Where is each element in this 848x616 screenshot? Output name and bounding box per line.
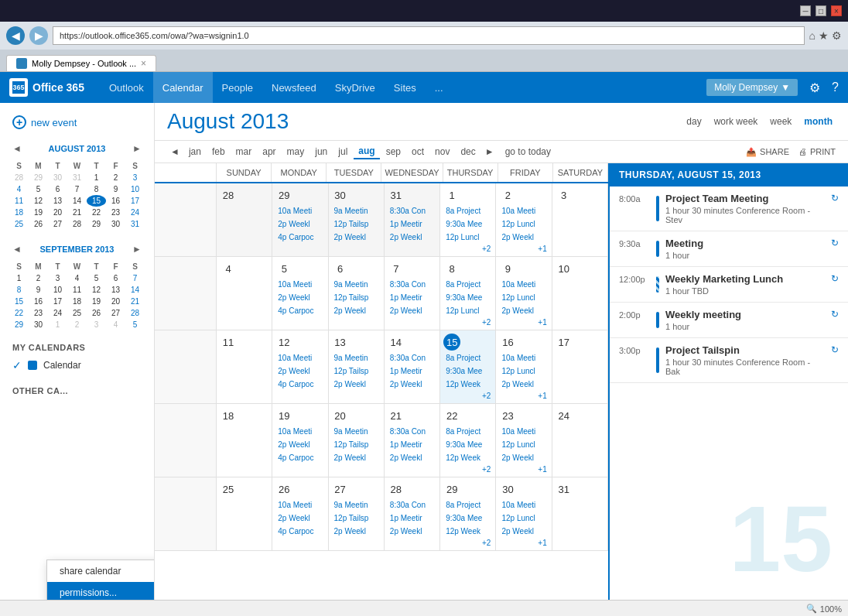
event-item[interactable]: 9:30a Meeting 1 hour ↻ [610,231,848,267]
more-events-link[interactable]: +2 [443,465,492,474]
mini-cal-day[interactable]: 6 [106,272,125,284]
calendar-event[interactable]: 8a Project [443,352,492,364]
event-item[interactable]: 12:00p Weekly Marketing Lunch 1 hour TBD… [610,267,848,303]
mini-cal-day[interactable]: 23 [29,307,48,319]
mini-cal-day[interactable]: 2 [106,172,125,183]
view-work-week-button[interactable]: work week [711,115,761,128]
event-sync-icon[interactable]: ↻ [831,238,839,248]
mini-cal-day-today[interactable]: 15 [87,195,106,207]
calendar-event[interactable]: 2p Weekl [388,452,436,464]
calendar-event[interactable]: 2p Weekl [388,378,436,391]
mini-cal-day[interactable]: 18 [67,296,87,307]
address-input[interactable] [53,26,805,45]
calendar-event[interactable]: 2p Weekl [499,231,548,244]
mini-cal-day[interactable]: 12 [29,195,48,207]
calendar-event[interactable]: 1p Meetir [388,365,436,378]
calendar-event[interactable]: 8a Project [443,499,492,512]
calendar-event[interactable]: 8:30a Con [388,352,436,364]
calendar-event[interactable]: 9:30a Mee [443,365,492,378]
mini-cal-day[interactable]: 22 [87,207,106,218]
calendar-event[interactable]: 2p Weekl [275,365,324,378]
calendar-event[interactable]: 9:30a Mee [443,218,492,231]
calendar-event[interactable]: 9a Meetin [332,352,381,364]
mini-cal-day[interactable]: 30 [106,218,125,230]
table-row[interactable]: 12 10a Meeti 2p Weekl 4p Carpoc [272,330,328,404]
mini-cal-day[interactable]: 1 [87,172,106,183]
mini-cal-day[interactable]: 1 [9,272,29,284]
mini-cal-day[interactable]: 10 [125,183,145,195]
event-item[interactable]: 8:00a Project Team Meeting 1 hour 30 min… [610,187,848,231]
mini-cal-prev[interactable]: ◄ [9,142,25,156]
mini-cal-day[interactable]: 31 [125,218,145,230]
table-row[interactable]: 29 10a Meeti 2p Weekl 4p Carpoc [272,183,328,257]
browser-settings-icon[interactable]: ⚙ [832,29,842,42]
calendar-event[interactable]: 12p Luncl [499,292,548,304]
event-sync-icon[interactable]: ↻ [831,344,839,355]
mini-cal-day[interactable]: 1 [48,319,67,330]
nav-sites[interactable]: Sites [385,72,426,103]
mini-cal-day[interactable]: 8 [87,183,106,195]
calendar-event[interactable]: 4p Carpoc [275,452,324,464]
mini-cal-day[interactable]: 3 [48,272,67,284]
mini-cal-title-aug[interactable]: AUGUST 2013 [49,144,106,153]
table-row[interactable]: 22 8a Project 9:30a Mee 12p Week +2 [440,404,496,477]
settings-button[interactable]: ⚙ [804,77,826,98]
table-row[interactable]: 10 [552,257,608,330]
table-row[interactable]: 16 10a Meeti 12p Luncl 2p Weekl +1 [496,330,552,404]
month-prev-button[interactable]: ◄ [167,145,183,159]
nav-skydrive[interactable]: SkyDrive [326,72,385,103]
calendar-event[interactable]: 2p Weekl [388,525,436,538]
calendar-event[interactable]: 10a Meeti [499,205,548,217]
calendar-event[interactable]: 12p Week [443,452,492,464]
calendar-event[interactable]: 9:30a Mee [443,292,492,304]
view-month-button[interactable]: month [801,115,836,128]
more-events-link[interactable]: +1 [499,318,548,327]
mini-cal-day[interactable]: 18 [9,207,29,218]
mini-cal-day[interactable]: 7 [125,272,145,284]
mini-cal-title-sep[interactable]: SEPTEMBER 2013 [40,245,115,254]
calendar-event[interactable]: 12p Tailsp [332,439,381,451]
calendar-event[interactable]: 12p Luncl [499,439,548,451]
calendar-event[interactable]: 2p Weekl [275,218,324,231]
nav-calendar[interactable]: Calendar [153,72,213,103]
month-may[interactable]: may [282,145,309,159]
more-events-link[interactable]: +1 [499,392,548,400]
calendar-event[interactable]: 12p Tailsp [332,292,381,304]
mini-cal-day[interactable]: 26 [29,218,48,230]
event-item[interactable]: 2:00p Weekly meeting 1 hour ↻ [610,303,848,338]
calendar-event[interactable]: 12p Tailsp [332,512,381,525]
mini-cal-day[interactable]: 13 [106,284,125,296]
nav-people[interactable]: People [213,72,262,103]
mini-cal-day[interactable]: 30 [29,319,48,330]
calendar-event[interactable]: 8a Project [443,205,492,217]
mini-cal-day[interactable]: 25 [9,218,29,230]
calendar-event[interactable]: 1p Meetir [388,218,436,231]
calendar-event[interactable]: 9a Meetin [332,499,381,512]
mini-cal-day[interactable]: 9 [29,284,48,296]
table-row[interactable]: 13 9a Meetin 12p Tailsp 2p Weekl [329,330,385,404]
mini-cal-day[interactable]: 28 [67,218,87,230]
mini-cal-day[interactable]: 16 [106,195,125,207]
new-event-button[interactable]: + new event [0,109,154,135]
table-row[interactable]: 19 10a Meeti 2p Weekl 4p Carpoc [272,404,328,477]
mini-cal-day[interactable]: 28 [9,172,29,183]
context-menu-share[interactable]: share calendar [47,560,155,582]
more-events-link[interactable]: +2 [443,539,492,547]
table-row[interactable]: 20 9a Meetin 12p Tailsp 2p Weekl [329,404,385,477]
mini-cal-day[interactable]: 14 [125,284,145,296]
mini-cal-day[interactable]: 14 [67,195,87,207]
back-button[interactable]: ◀ [6,26,25,45]
go-today-button[interactable]: go to today [499,145,557,159]
month-mar[interactable]: mar [231,145,257,159]
mini-cal-day[interactable]: 9 [106,183,125,195]
mini-cal-day[interactable]: 30 [48,172,67,183]
calendar-event[interactable]: 12p Tailsp [332,365,381,378]
mini-cal-day[interactable]: 6 [48,183,67,195]
calendar-event[interactable]: 10a Meeti [275,426,324,438]
table-row[interactable]: 25 [217,477,272,551]
calendar-event[interactable]: 2p Weekl [499,305,548,317]
table-row[interactable]: 3 [552,183,608,257]
mini-cal-day[interactable]: 25 [67,307,87,319]
home-icon[interactable]: ⌂ [809,29,816,42]
table-row[interactable]: 14 8:30a Con 1p Meetir 2p Weekl [385,330,440,404]
